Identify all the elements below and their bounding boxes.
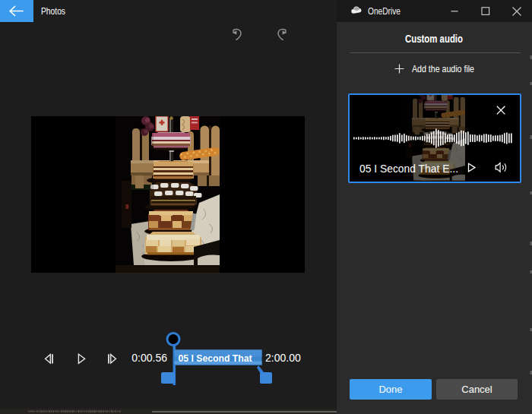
svg-text:OneDrive: OneDrive	[368, 5, 401, 17]
svg-text:Add the audio file: Add the audio file	[412, 63, 474, 74]
svg-text:05 I Second That E...: 05 I Second That E...	[359, 163, 458, 175]
svg-text:Photos: Photos	[41, 6, 65, 17]
svg-text:05 I Second That: 05 I Second That	[179, 352, 253, 364]
svg-text:Custom audio: Custom audio	[405, 32, 463, 45]
